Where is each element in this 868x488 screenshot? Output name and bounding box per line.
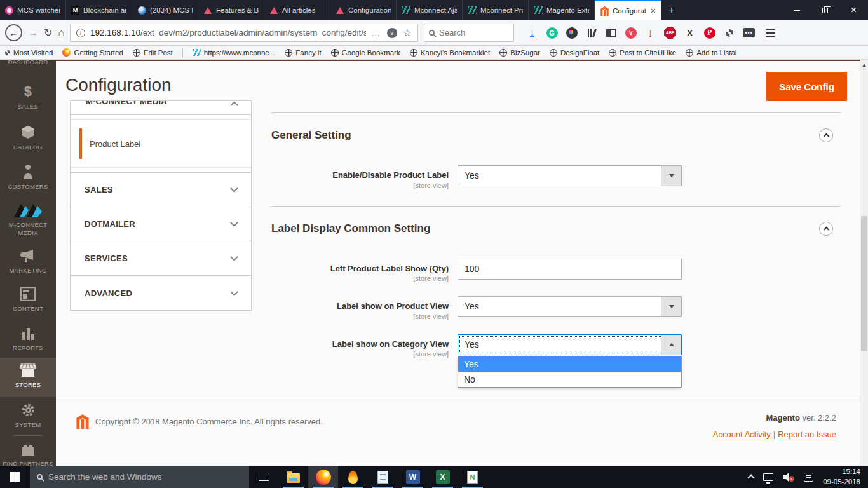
bookmark-listal[interactable]: Add to Listal [686, 49, 736, 57]
scrollbar-thumb[interactable] [861, 216, 867, 351]
bookmark-citeulike[interactable]: Post to CiteULike [609, 49, 676, 57]
download-icon[interactable]: ↓ [530, 29, 535, 37]
taskbar-file-explorer[interactable] [278, 466, 308, 488]
page-scrollbar[interactable]: ▲ [860, 60, 868, 466]
reload-button[interactable]: ↻ [44, 27, 52, 39]
sidebar-item-catalog[interactable]: CATALOG [0, 125, 56, 151]
option-no[interactable]: No [458, 372, 681, 387]
minimize-button[interactable] [782, 0, 811, 20]
product-view-select[interactable]: Yes [458, 296, 682, 317]
bookmark-kancyl[interactable]: Kancyl's Bookmarklet [410, 49, 491, 57]
download-helper-icon[interactable]: ↓ [648, 26, 653, 40]
tab-features[interactable]: Features & Be [198, 0, 264, 20]
tab-mconnect-pro[interactable]: Mconnect Pro [463, 0, 529, 20]
sidebar-item-mconnect-media[interactable]: M-CONNECT MEDIA [0, 202, 56, 238]
dots-extension-icon[interactable]: ••• [743, 28, 755, 37]
sidebar-toggle-icon[interactable] [606, 29, 616, 37]
search-input[interactable] [439, 28, 496, 37]
tab-blockchain[interactable]: MBlockchain an [66, 0, 132, 20]
pocket-icon[interactable]: ∨ [387, 28, 397, 38]
sidebar-item-marketing[interactable]: MARKETING [0, 249, 56, 274]
home-button[interactable]: ⌂ [58, 27, 64, 39]
config-nav-section-services[interactable]: SERVICES [71, 241, 251, 276]
sidebar-item-dashboard[interactable]: DASHBOARD [0, 60, 56, 65]
collapse-section-button[interactable] [819, 222, 833, 236]
select-dropdown-button[interactable] [661, 297, 681, 316]
bookmark-fancy-it[interactable]: Fancy it [285, 49, 321, 57]
back-button[interactable]: ← [5, 24, 22, 41]
tab-mcs-watcher[interactable]: MCS watcher [0, 0, 66, 20]
sidebar-item-customers[interactable]: CUSTOMERS [0, 164, 56, 190]
bookmark-bizsugar[interactable]: BizSugar [499, 49, 540, 57]
url-bar[interactable]: i 192.168.1.10/ext_dev/m2/productlabel/a… [70, 24, 418, 42]
taskbar-ember[interactable] [338, 466, 368, 488]
grammarly-icon[interactable]: G [546, 27, 558, 39]
qty-input[interactable] [458, 259, 682, 280]
pocket-save-icon[interactable]: ∨ [625, 27, 637, 39]
tab-configuration-1[interactable]: Configuration [330, 0, 397, 20]
enable-product-label-select[interactable]: Yes [458, 165, 682, 186]
pinterest-icon[interactable]: P [704, 27, 715, 39]
taskbar-notepad-plus[interactable]: N [458, 466, 487, 488]
sidebar-item-content[interactable]: CONTENT [0, 287, 56, 312]
bookmark-most-visited[interactable]: Most Visited [5, 49, 53, 57]
action-center-icon[interactable] [804, 473, 813, 482]
taskbar-search[interactable] [30, 466, 249, 488]
tab-all-articles[interactable]: All articles [264, 0, 330, 20]
sidebar-item-find-partners[interactable]: FIND PARTNERS [0, 444, 56, 466]
site-info-icon[interactable]: i [76, 29, 85, 37]
scroll-up-icon[interactable]: ▲ [860, 62, 868, 68]
start-button[interactable] [0, 466, 30, 488]
bookmark-edit-post[interactable]: Edit Post [133, 49, 173, 57]
taskbar-search-input[interactable] [48, 472, 226, 482]
x-extension-icon[interactable]: X [687, 27, 693, 38]
save-config-button[interactable]: Save Config [766, 72, 847, 101]
bookmark-google-bookmark[interactable]: Google Bookmark [331, 49, 400, 57]
tray-expand-icon[interactable] [748, 474, 755, 481]
volume-muted-icon[interactable]: × [783, 473, 794, 482]
bookmark-designfloat[interactable]: DesignFloat [550, 49, 599, 57]
settings-gear-icon[interactable] [726, 29, 733, 37]
network-icon[interactable] [763, 473, 773, 481]
menu-hamburger-icon[interactable] [766, 29, 775, 37]
sidebar-item-sales[interactable]: $ SALES [0, 84, 56, 110]
library-icon[interactable] [588, 29, 595, 37]
config-nav-section-advanced[interactable]: ADVANCED [71, 276, 251, 310]
forward-button[interactable]: → [28, 27, 38, 39]
search-box[interactable] [424, 24, 514, 42]
category-view-select[interactable]: Yes [458, 334, 682, 355]
config-nav-item-product-label[interactable]: Product Label [71, 119, 251, 168]
config-nav-section-sales[interactable]: SALES [71, 173, 251, 207]
adblock-plus-icon[interactable]: ABP [664, 27, 676, 39]
new-tab-button[interactable]: + [661, 0, 682, 20]
config-nav-section-dotmailer[interactable]: DOTMAILER [71, 207, 251, 241]
taskbar-clock[interactable]: 15:14 09-05-2018 [823, 467, 860, 487]
option-yes[interactable]: Yes [458, 356, 681, 372]
sidebar-item-stores[interactable]: STORES [0, 358, 56, 397]
collapse-section-button[interactable] [819, 128, 833, 142]
taskbar-notepad[interactable] [368, 466, 398, 488]
taskbar-word[interactable]: W [398, 466, 428, 488]
taskbar-firefox[interactable] [308, 466, 338, 488]
task-view-button[interactable] [249, 466, 278, 488]
select-dropdown-button[interactable] [661, 166, 681, 186]
account-activity-link[interactable]: Account Activity [713, 430, 771, 439]
close-window-button[interactable]: × [839, 0, 868, 20]
tab-magento-ext[interactable]: Magento Exte [529, 0, 595, 20]
sidebar-item-reports[interactable]: REPORTS [0, 327, 56, 351]
tab-configuration-active[interactable]: Configurat × [595, 0, 661, 20]
colorzilla-icon[interactable] [566, 27, 578, 39]
restore-button[interactable] [811, 0, 839, 20]
tab-close-icon[interactable]: × [651, 6, 656, 16]
taskbar-excel[interactable]: X [428, 466, 458, 488]
config-nav-group-mconnect[interactable]: M-CONNECT MEDIA [71, 101, 251, 115]
select-dropdown-button[interactable] [661, 335, 681, 355]
bookmark-getting-started[interactable]: Getting Started [62, 48, 123, 57]
bookmark-star-icon[interactable]: ☆ [403, 27, 412, 39]
sidebar-item-system[interactable]: SYSTEM [0, 403, 56, 428]
report-issue-link[interactable]: Report an Issue [778, 430, 836, 439]
tab-mconnect-ajax[interactable]: Mconnect Aja [397, 0, 463, 20]
tab-mcs-inbox[interactable]: (2834) MCS In [132, 0, 198, 20]
bookmark-mconnect[interactable]: https://www.mconne... [193, 49, 276, 57]
page-actions-icon[interactable]: … [371, 27, 381, 38]
